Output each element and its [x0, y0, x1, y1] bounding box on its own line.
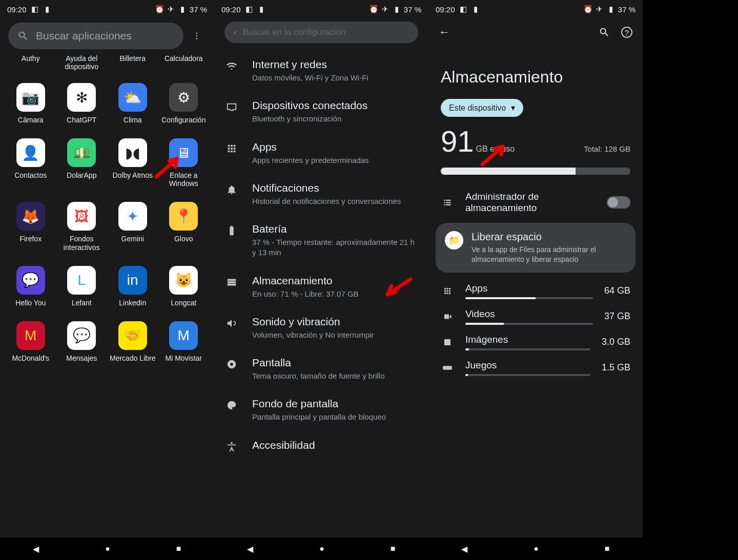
app-dolby-atmos[interactable]: ◗◖ Dolby Atmos	[107, 138, 158, 188]
setting-dispositivos-conectados[interactable]: Dispositivos conectados Bluetooth y sinc…	[214, 91, 428, 132]
setting-internet-y-redes[interactable]: Internet y redes Datos móviles, Wi-Fi y …	[214, 50, 428, 91]
setting-subtitle: Tema oscuro, tamaño de fuente y brillo	[252, 371, 418, 381]
airplane-icon: ✈	[381, 5, 389, 13]
search-icon[interactable]	[599, 27, 610, 38]
setting-fondo-de-pantalla[interactable]: Fondo de pantalla Pantalla principal y p…	[214, 389, 428, 430]
app-contactos[interactable]: 👤 Contactos	[5, 138, 56, 188]
storage-category-juegos[interactable]: Juegos 1.5 GB	[428, 355, 643, 380]
nav-back-icon[interactable]: ◀	[247, 544, 253, 554]
category-label: Apps	[465, 283, 593, 294]
app-label-text: Mensajes	[66, 354, 97, 362]
app-mensajes[interactable]: 💬 Mensajes	[56, 321, 108, 362]
app-mi-movistar[interactable]: M Mi Movistar	[158, 321, 210, 362]
search-settings-input[interactable]: ‹ Buscar en la configuración	[224, 22, 418, 43]
nav-home-icon[interactable]: ●	[534, 544, 539, 553]
status-icon-2: ▮	[43, 5, 51, 13]
setting-pantalla[interactable]: Pantalla Tema oscuro, tamaño de fuente y…	[214, 348, 428, 389]
category-value: 64 GB	[604, 285, 630, 296]
app-label-text: Lefant	[72, 299, 92, 307]
app-dolarapp[interactable]: 💵 DolarApp	[56, 138, 108, 188]
free-space-card[interactable]: 📁 Liberar espacio Ve a la app de Files p…	[436, 223, 636, 273]
status-icon-2: ▮	[257, 5, 265, 13]
app-label-0[interactable]: Authy	[5, 54, 56, 71]
app-lefant[interactable]: L Lefant	[56, 266, 108, 307]
nav-recent-icon[interactable]: ■	[391, 544, 396, 553]
app-gemini[interactable]: ✦ Gemini	[107, 202, 158, 251]
battery-icon	[221, 223, 242, 236]
setting-subtitle: Datos móviles, Wi-Fi y Zona Wi-Fi	[252, 73, 418, 83]
panel-app-drawer: 09:20 ◧ ▮ ⏰ ✈ ▮ 37 % Buscar aplicaciones…	[0, 0, 214, 560]
app-label-text: Configuración	[161, 116, 206, 124]
app-fondos-interactivos[interactable]: 🖼 Fondos interactivos	[56, 202, 108, 251]
app-hello-you[interactable]: 💬 Hello You	[5, 266, 56, 307]
nav-back-icon[interactable]: ◀	[461, 544, 467, 554]
overflow-menu-button[interactable]	[188, 27, 206, 45]
app-glovo[interactable]: 📍 Glovo	[158, 202, 210, 251]
app-longcat[interactable]: 😺 Longcat	[158, 266, 210, 307]
nav-home-icon[interactable]: ●	[105, 544, 110, 553]
app-label-3[interactable]: Calculadora	[158, 54, 210, 71]
category-value: 3.0 GB	[602, 337, 630, 347]
nav-back-icon[interactable]: ◀	[33, 544, 39, 554]
alarm-icon: ⏰	[584, 5, 592, 13]
bell-icon	[221, 182, 242, 195]
app-icon: M	[169, 321, 198, 350]
app-linkedin[interactable]: in LinkedIn	[107, 266, 158, 307]
storage-manager-row[interactable]: Administrador de almacenamiento	[428, 184, 643, 221]
back-button[interactable]: ←	[439, 26, 450, 39]
storage-icon	[221, 275, 242, 288]
nav-home-icon[interactable]: ●	[319, 544, 324, 553]
free-space-title: Liberar espacio	[471, 231, 626, 243]
setting-notificaciones[interactable]: Notificaciones Historial de notificacion…	[214, 174, 428, 215]
app-enlace-a-windows[interactable]: 🖥 Enlace a Windows	[158, 138, 210, 188]
storage-category-videos[interactable]: Videos 37 GB	[428, 303, 643, 329]
setting-title: Batería	[252, 223, 418, 235]
app-icon: 💵	[67, 138, 96, 167]
status-bar: 09:20 ◧ ▮ ⏰ ✈ ▮ 37 %	[0, 0, 214, 18]
app-firefox[interactable]: 🦊 Firefox	[5, 202, 56, 251]
chevron-down-icon: ▾	[511, 103, 515, 113]
setting-sonido-y-vibraci-n[interactable]: Sonido y vibración Volumen, vibración y …	[214, 307, 428, 348]
setting-bater-a[interactable]: Batería 37 % - Tiempo restante: aproxima…	[214, 215, 428, 266]
app-mercado-libre[interactable]: 🤝 Mercado Libre	[107, 321, 158, 362]
setting-title: Internet y redes	[252, 58, 418, 71]
nav-recent-icon[interactable]: ■	[605, 544, 610, 553]
app-c-mara[interactable]: 📷 Cámara	[5, 83, 56, 124]
battery-icon: ▮	[607, 5, 615, 13]
category-label: Imágenes	[465, 334, 590, 345]
storage-category-apps[interactable]: Apps 64 GB	[428, 278, 643, 303]
app-icon: 😺	[169, 266, 198, 295]
video-icon	[441, 312, 454, 321]
status-battery: 37 %	[190, 5, 207, 14]
page-title: Almacenamiento	[428, 42, 643, 99]
app-label-text: Gemini	[121, 235, 144, 243]
nav-recent-icon[interactable]: ■	[176, 544, 181, 553]
alarm-icon: ⏰	[370, 5, 378, 13]
search-apps-input[interactable]: Buscar aplicaciones	[8, 23, 183, 49]
app-mcdonald-s[interactable]: M McDonald's	[5, 321, 56, 362]
status-time: 09:20	[7, 5, 27, 14]
storage-manager-toggle[interactable]	[607, 196, 630, 209]
app-label-2[interactable]: Billetera	[107, 54, 158, 71]
help-icon[interactable]: ?	[621, 27, 632, 38]
app-label-text: Contactos	[14, 171, 47, 179]
setting-almacenamiento[interactable]: Almacenamiento En uso: 71 % - Libre: 37.…	[214, 266, 428, 307]
app-label-text: Mercado Libre	[110, 354, 156, 362]
storage-category-imágenes[interactable]: Imágenes 3.0 GB	[428, 329, 643, 355]
free-space-sub: Ve a la app de Files para administrar el…	[471, 245, 626, 264]
setting-accesibilidad[interactable]: Accesibilidad	[214, 431, 428, 462]
setting-apps[interactable]: Apps Apps recientes y predeterminadas	[214, 133, 428, 174]
app-configuraci-n[interactable]: ⚙ Configuración	[158, 83, 210, 124]
airplane-icon: ✈	[596, 5, 604, 13]
app-clima[interactable]: ⛅ Clima	[107, 83, 158, 124]
svg-point-1	[196, 35, 198, 37]
app-chatgpt[interactable]: ✻ ChatGPT	[56, 83, 108, 124]
setting-title: Accesibilidad	[252, 439, 418, 451]
storage-used-value: 91	[441, 125, 474, 158]
panel-storage: 09:20 ◧ ▮ ⏰ ✈ ▮ 37 % ← ? Almacenamiento …	[428, 0, 643, 560]
app-label-1[interactable]: Ayuda del dispositivo	[56, 54, 108, 71]
app-label-text: Longcat	[171, 299, 196, 307]
app-label-text: Hello You	[15, 299, 46, 307]
device-chip[interactable]: Este dispositivo ▾	[441, 99, 523, 117]
alarm-icon: ⏰	[156, 5, 164, 13]
